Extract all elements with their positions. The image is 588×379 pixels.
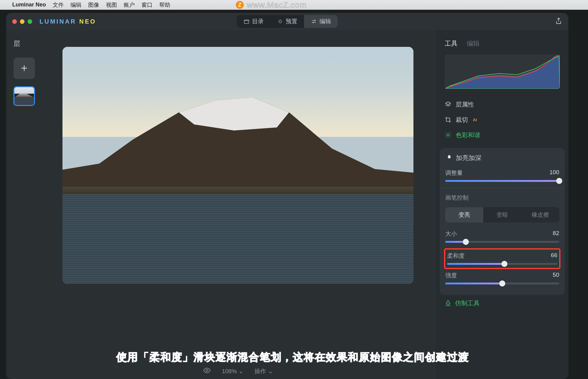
operations-label: 操作 (254, 367, 266, 375)
menu-account[interactable]: 账户 (124, 1, 135, 9)
softness-highlight: 柔和度 66 (444, 248, 560, 269)
dodge-burn-panel: 加亮加深 调整量 100 画笔控制 变亮 变暗 (440, 148, 565, 295)
strength-value: 50 (553, 272, 559, 280)
seg-darken[interactable]: 变暗 (483, 207, 521, 223)
canvas-bottom-bar: 108% ⌄ 操作 ⌄ (203, 366, 273, 376)
zoom-dropdown[interactable]: 108% ⌄ (222, 368, 244, 375)
softness-track[interactable] (447, 263, 557, 265)
panel-title: 加亮加深 (456, 154, 481, 162)
adjustment-label: 调整量 (445, 169, 463, 177)
sliders-icon (311, 18, 317, 24)
gear-icon (445, 132, 451, 138)
panel-header[interactable]: 加亮加深 (445, 154, 559, 162)
tool-crop-label: 裁切 (456, 116, 468, 124)
strength-track[interactable] (445, 283, 559, 284)
menu-file[interactable]: 文件 (53, 1, 64, 9)
menu-edit[interactable]: 编辑 (70, 1, 81, 9)
logo-part1: LUMINAR (40, 18, 76, 25)
menu-view[interactable]: 视图 (106, 1, 117, 9)
menu-window[interactable]: 窗口 (141, 1, 153, 9)
adjustment-value: 100 (549, 169, 559, 177)
layer-thumbnail[interactable] (13, 86, 35, 106)
strength-label: 强度 (445, 272, 457, 280)
folder-icon (243, 18, 250, 24)
chevron-down-icon: ⌄ (239, 368, 243, 375)
size-thumb[interactable] (463, 239, 469, 245)
zoom-value: 108% (222, 368, 237, 375)
tool-clone-label: 仿制工具 (455, 299, 480, 307)
operations-dropdown[interactable]: 操作 ⌄ (254, 367, 273, 375)
brush-mode-segment: 变亮 变暗 橡皮擦 (445, 207, 559, 223)
tool-layer-properties[interactable]: 层属性 (445, 97, 560, 112)
svg-point-4 (447, 134, 449, 136)
tool-color-harmony-label: 色彩和谐 (456, 131, 480, 139)
tool-color-harmony[interactable]: 色彩和谐 (445, 127, 560, 143)
tab-catalog-label: 目录 (252, 17, 264, 25)
tab-presets-label: 预置 (286, 17, 297, 25)
flame-icon (445, 154, 452, 162)
app-logo: LUMINAR NEO (40, 18, 96, 25)
watermark-url: www.MacZ.com (247, 0, 307, 10)
softness-label: 柔和度 (447, 252, 465, 260)
svg-point-3 (206, 370, 208, 372)
tab-edit-label: 编辑 (319, 17, 331, 25)
size-track[interactable] (445, 241, 559, 243)
right-sidebar: 工具 编辑 层属性 裁切 AI (436, 30, 568, 379)
logo-part2: NEO (76, 18, 96, 25)
watermark: Z www.MacZ.com (236, 0, 307, 10)
strength-slider: 强度 50 (445, 272, 559, 284)
histogram[interactable] (445, 54, 560, 89)
watermark-badge: Z (236, 1, 244, 9)
size-label: 大小 (445, 230, 457, 238)
preview-toggle-button[interactable] (203, 366, 211, 376)
tool-layer-properties-label: 层属性 (456, 100, 474, 109)
menu-help[interactable]: 帮助 (159, 1, 170, 9)
right-tab-tools[interactable]: 工具 (445, 39, 458, 48)
seg-lighten[interactable]: 变亮 (445, 207, 483, 223)
menu-image[interactable]: 图像 (88, 1, 99, 9)
titlebar: LUMINAR NEO 目录 预置 编辑 (6, 13, 568, 30)
svg-rect-0 (244, 20, 249, 24)
close-window-button[interactable] (12, 19, 17, 24)
maximize-window-button[interactable] (28, 19, 32, 24)
share-icon (555, 17, 562, 24)
layers-heading: 层 (13, 39, 32, 48)
svg-point-2 (313, 22, 314, 23)
content: 层 + (6, 30, 568, 379)
right-tabs: 工具 编辑 (436, 39, 568, 52)
divider (440, 188, 565, 188)
crop-icon (445, 116, 451, 123)
strength-thumb[interactable] (499, 280, 505, 287)
seg-erase[interactable]: 橡皮擦 (521, 207, 559, 223)
tab-presets[interactable]: 预置 (270, 15, 304, 28)
tab-catalog[interactable]: 目录 (237, 15, 270, 28)
adjustment-slider: 调整量 100 (445, 169, 559, 182)
layers-icon (445, 101, 451, 108)
menu-app-name[interactable]: Luminar Neo (12, 2, 46, 8)
size-slider: 大小 82 (445, 230, 559, 243)
canvas-area: 108% ⌄ 操作 ⌄ 使用「柔和度」滑块逐渐混合笔划，这将在效果和原始图像之间… (40, 30, 436, 379)
right-tab-edit[interactable]: 编辑 (467, 39, 480, 48)
brush-control-heading: 画笔控制 (445, 194, 559, 202)
tool-clone[interactable]: 仿制工具 (436, 295, 568, 312)
image-canvas[interactable] (62, 47, 413, 284)
svg-point-1 (315, 20, 315, 21)
app-window: LUMINAR NEO 目录 预置 编辑 层 + (6, 13, 568, 379)
eye-icon (203, 366, 211, 374)
share-button[interactable] (555, 17, 562, 26)
stamp-icon (445, 300, 451, 307)
sparkle-icon (277, 18, 283, 24)
tool-list: 层属性 裁切 AI 色彩和谐 (436, 94, 568, 145)
minimize-window-button[interactable] (20, 19, 24, 24)
tool-crop[interactable]: 裁切 AI (445, 112, 560, 127)
window-controls (12, 19, 32, 24)
softness-thumb[interactable] (501, 261, 507, 267)
add-layer-button[interactable]: + (13, 58, 35, 79)
left-sidebar: 层 + (6, 30, 40, 379)
softness-slider: 柔和度 66 (447, 252, 557, 265)
tab-edit[interactable]: 编辑 (304, 15, 338, 28)
chevron-down-icon: ⌄ (268, 368, 273, 375)
adjustment-track[interactable] (445, 180, 559, 182)
tutorial-caption: 使用「柔和度」滑块逐渐混合笔划，这将在效果和原始图像之间创建过渡 (116, 350, 469, 364)
adjustment-thumb[interactable] (556, 178, 562, 184)
